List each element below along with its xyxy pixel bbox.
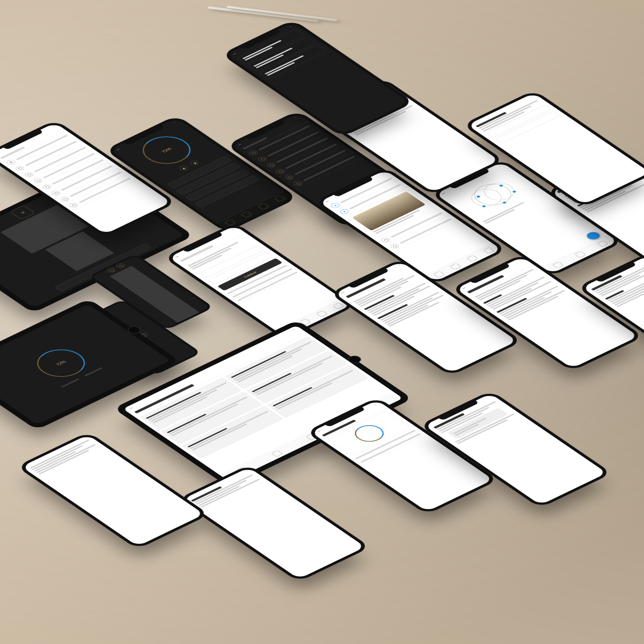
svg-point-4: [499, 184, 504, 187]
tab-icon[interactable]: [316, 311, 328, 317]
row-icon: ◯: [41, 184, 53, 190]
tab-icon[interactable]: [433, 271, 445, 278]
tab-icon[interactable]: [450, 263, 462, 270]
screen: •••⌁: [335, 262, 517, 373]
svg-point-2: [478, 179, 520, 203]
tab-icon[interactable]: [466, 255, 478, 262]
tab-bar: [217, 191, 293, 230]
row-icon: ◯: [247, 149, 259, 156]
phone-chart-bottom: •••⌁: [305, 397, 499, 515]
screen: •••⌁ Continue: [169, 226, 351, 337]
screen: •••⌁: [123, 325, 403, 482]
row-icon: ◯: [292, 180, 304, 187]
tab-icon[interactable]: [257, 203, 269, 210]
row-icon: ◯: [380, 236, 392, 243]
gauge-card: [327, 410, 411, 456]
row-icon: ◯: [274, 168, 286, 174]
circle-icon[interactable]: ◯: [106, 267, 117, 274]
screen: •••⌁: [226, 23, 409, 134]
isometric-scene: ◎ •••⌁ ☰ ◯ ◯ ◯ ◯ ◯ ◯ ◯ •••⌁ 72%: [0, 0, 644, 644]
doc-cell[interactable]: [267, 365, 368, 418]
row-icon: ◯: [50, 190, 62, 196]
svg-point-0: [467, 180, 518, 209]
row-icon: ◯: [265, 162, 277, 169]
ring-value: 72%: [29, 345, 93, 381]
tab-icon[interactable]: [241, 211, 252, 218]
tab-icon[interactable]: [483, 247, 495, 254]
list-item[interactable]: [355, 431, 427, 466]
tab-icon[interactable]: [224, 219, 236, 226]
tab-icon[interactable]: [274, 195, 286, 202]
row-icon: ◯: [14, 165, 26, 172]
phone-edge-1: [177, 464, 371, 582]
tab-bar: [542, 235, 618, 274]
tab-icon[interactable]: [552, 262, 564, 268]
row-icon: ◯: [23, 171, 35, 178]
row-icon: ☰: [5, 159, 17, 166]
row-icon: ◯: [389, 243, 400, 249]
screen: •••⌁ ● ● ◯ ◯: [319, 170, 502, 282]
row-icon: ●: [330, 202, 341, 209]
floating-action-button[interactable]: [584, 231, 602, 241]
action-icon[interactable]: ◐: [178, 165, 190, 171]
mini-ring: [349, 422, 390, 445]
status-bar: •••⌁: [110, 118, 182, 154]
phone-article-1: •••⌁: [329, 258, 523, 376]
row-icon: ◯: [283, 174, 295, 181]
row-icon: ◯: [32, 177, 44, 184]
tab-icon[interactable]: [332, 303, 344, 309]
row-icon: ●: [338, 208, 350, 215]
action-icon[interactable]: ◑: [189, 160, 200, 166]
tab-bar: [426, 243, 502, 282]
home-button[interactable]: [345, 354, 364, 365]
doc-title: [128, 329, 308, 417]
tab-icon[interactable]: [299, 319, 311, 325]
phone-form: •••⌁ Continue: [163, 222, 357, 340]
doc-cell[interactable]: [225, 337, 327, 390]
svg-point-1: [465, 186, 507, 210]
screen: [182, 467, 365, 579]
phone-edge-2: [16, 432, 210, 550]
row-icon: ◯: [257, 156, 268, 162]
screen: [317, 81, 499, 192]
doc-cell[interactable]: [182, 406, 283, 459]
status-bar: •••⌁: [435, 162, 507, 197]
svg-point-5: [502, 201, 507, 204]
stylus-2: [226, 6, 338, 21]
svg-point-7: [512, 190, 517, 193]
stylus-1: [208, 6, 319, 22]
tab-icon[interactable]: [574, 251, 586, 258]
tab-icon[interactable]: [597, 240, 608, 247]
tool-icon[interactable]: [271, 450, 283, 457]
svg-point-6: [482, 205, 486, 208]
screen-header: [316, 404, 389, 440]
svg-point-3: [476, 195, 480, 198]
